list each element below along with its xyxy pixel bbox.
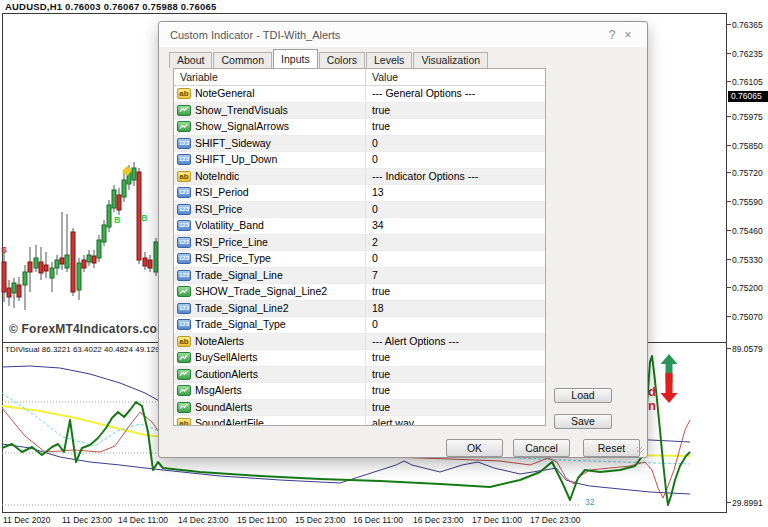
current-price-badge: 0.76065: [728, 91, 768, 102]
param-row-RSI_Price[interactable]: 123RSI_Price0: [174, 202, 545, 219]
tab-colors[interactable]: Colors: [319, 52, 365, 68]
param-value[interactable]: 34: [365, 218, 545, 234]
param-value[interactable]: true: [365, 400, 545, 416]
tab-about[interactable]: About: [169, 52, 212, 68]
bool-type-icon: [177, 385, 191, 396]
bool-type-icon: [177, 121, 191, 132]
param-value[interactable]: true: [365, 367, 545, 383]
param-name: SHOW_Trade_Signal_Line2: [195, 284, 327, 300]
param-value[interactable]: true: [365, 350, 545, 366]
inputs-table: Variable Value abNoteGeneral--- General …: [173, 68, 546, 426]
int-type-icon: 123: [177, 187, 191, 198]
column-header-variable: Variable: [174, 69, 365, 85]
param-row-RSI_Period[interactable]: 123RSI_Period13: [174, 185, 545, 202]
dialog-titlebar[interactable]: Custom Indicator - TDI-With_Alerts ? ×: [159, 22, 647, 47]
param-value[interactable]: true: [365, 383, 545, 399]
param-value[interactable]: 0: [365, 202, 545, 218]
param-row-SHIFT_Up_Down[interactable]: 123SHIFT_Up_Down0: [174, 152, 545, 169]
param-value[interactable]: 0: [365, 251, 545, 267]
price-scale-label: 0.76235: [732, 49, 763, 59]
close-icon[interactable]: ×: [620, 28, 636, 42]
int-type-icon: 123: [177, 154, 191, 165]
indicator-values-label: TDIVisual 86.3221 63.4022 40.4824 49.129…: [5, 345, 164, 354]
mt4-chart-window: AUDUSD,H1 0.76003 0.76067 0.75988 0.7606…: [0, 0, 768, 527]
param-row-SoundAlerts[interactable]: SoundAlertstrue: [174, 400, 545, 417]
save-button[interactable]: Save: [554, 414, 612, 429]
int-type-icon: 123: [177, 319, 191, 330]
tab-inputs[interactable]: Inputs: [273, 49, 318, 68]
str-type-icon: ab: [177, 171, 191, 182]
resize-grip[interactable]: [637, 447, 644, 454]
load-button[interactable]: Load: [554, 388, 612, 403]
param-row-RSI_Price_Line[interactable]: 123RSI_Price_Line2: [174, 235, 545, 252]
dialog-title: Custom Indicator - TDI-With_Alerts: [170, 29, 340, 41]
param-value[interactable]: 13: [365, 185, 545, 201]
price-scale-label: 0.75720: [732, 168, 763, 178]
param-row-BuySellAlerts[interactable]: BuySellAlertstrue: [174, 350, 545, 367]
param-row-CautionAlerts[interactable]: CautionAlertstrue: [174, 367, 545, 384]
int-type-icon: 123: [177, 138, 191, 149]
param-name: Show_TrendVisuals: [195, 103, 288, 119]
param-value[interactable]: 0: [365, 136, 545, 152]
param-row-Trade_Signal_Line2[interactable]: 123Trade_Signal_Line218: [174, 301, 545, 318]
param-value[interactable]: 0: [365, 152, 545, 168]
param-name: SHIFT_Sideway: [195, 136, 271, 152]
param-value[interactable]: 0: [365, 317, 545, 333]
price-scale-label: 0.75330: [732, 255, 763, 265]
param-name: RSI_Price_Type: [195, 251, 271, 267]
bool-type-icon: [177, 286, 191, 297]
param-value[interactable]: alert.wav: [365, 416, 545, 426]
param-value[interactable]: true: [365, 284, 545, 300]
param-row-MsgAlerts[interactable]: MsgAlertstrue: [174, 383, 545, 400]
param-row-Trade_Signal_Line[interactable]: 123Trade_Signal_Line7: [174, 268, 545, 285]
time-axis-label: 17 Dec 11:00: [472, 515, 522, 525]
param-value[interactable]: 7: [365, 268, 545, 284]
param-value[interactable]: --- General Options ---: [365, 86, 545, 102]
reset-button[interactable]: Reset: [583, 439, 640, 457]
param-name: Volatility_Band: [195, 218, 264, 234]
cancel-button[interactable]: Cancel: [513, 439, 570, 457]
price-scale-label: 0.76365: [732, 20, 763, 30]
bool-type-icon: [177, 105, 191, 116]
param-row-NoteAlerts[interactable]: abNoteAlerts--- Alert Options ---: [174, 334, 545, 351]
time-axis-label: 17 Dec 23:00: [530, 515, 581, 525]
param-row-NoteIndic[interactable]: abNoteIndic--- Indicator Options ---: [174, 169, 545, 186]
param-row-Volatility_Band[interactable]: 123Volatility_Band34: [174, 218, 545, 235]
column-header-value: Value: [365, 69, 545, 85]
param-name: RSI_Price: [195, 202, 242, 218]
str-type-icon: ab: [177, 88, 191, 99]
param-value[interactable]: 2: [365, 235, 545, 251]
time-axis-label: 16 Dec 11:00: [353, 515, 403, 525]
param-row-SoundAlertFile[interactable]: abSoundAlertFilealert.wav: [174, 416, 545, 426]
param-value[interactable]: --- Alert Options ---: [365, 334, 545, 350]
tab-levels[interactable]: Levels: [366, 52, 412, 68]
param-row-Show_SignalArrows[interactable]: Show_SignalArrowstrue: [174, 119, 545, 136]
param-value[interactable]: true: [365, 103, 545, 119]
param-name: NoteGeneral: [195, 86, 255, 102]
tab-common[interactable]: Common: [213, 52, 272, 68]
help-icon[interactable]: ?: [604, 28, 620, 42]
str-type-icon: ab: [177, 418, 191, 426]
param-name: MsgAlerts: [195, 383, 242, 399]
param-value[interactable]: true: [365, 119, 545, 135]
time-axis-label: 11 Dec 23:00: [62, 515, 112, 525]
param-value[interactable]: --- Indicator Options ---: [365, 169, 545, 185]
int-type-icon: 123: [177, 204, 191, 215]
param-name: NoteIndic: [195, 169, 239, 185]
param-name: Show_SignalArrows: [195, 119, 289, 135]
param-row-Trade_Signal_Type[interactable]: 123Trade_Signal_Type0: [174, 317, 545, 334]
param-row-SHIFT_Sideway[interactable]: 123SHIFT_Sideway0: [174, 136, 545, 153]
ok-button[interactable]: OK: [446, 439, 503, 457]
param-row-SHOW_Trade_Signal_Line2[interactable]: SHOW_Trade_Signal_Line2true: [174, 284, 545, 301]
price-scale-label: 0.75070: [732, 312, 763, 322]
param-value[interactable]: 18: [365, 301, 545, 317]
param-row-Show_TrendVisuals[interactable]: Show_TrendVisualstrue: [174, 103, 545, 120]
param-name: Trade_Signal_Line2: [195, 301, 289, 317]
int-type-icon: 123: [177, 220, 191, 231]
tab-visualization[interactable]: Visualization: [413, 52, 488, 68]
param-row-RSI_Price_Type[interactable]: 123RSI_Price_Type0: [174, 251, 545, 268]
price-scale-label: 0.75460: [732, 226, 763, 236]
price-scale-label: 0.75975: [732, 112, 763, 122]
inputs-table-header: Variable Value: [174, 69, 545, 86]
param-row-NoteGeneral[interactable]: abNoteGeneral--- General Options ---: [174, 86, 545, 103]
